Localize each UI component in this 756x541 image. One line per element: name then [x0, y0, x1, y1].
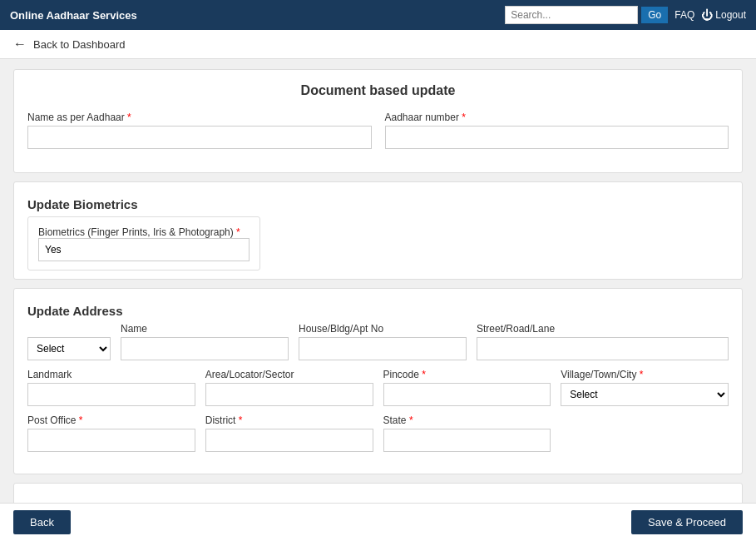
pincode-required: * [422, 369, 426, 380]
address-type-select[interactable]: Select [27, 337, 111, 360]
postoffice-input[interactable] [27, 429, 195, 452]
search-bar: Go [505, 6, 668, 24]
faq-link[interactable]: FAQ [674, 9, 694, 21]
district-group: District * [205, 414, 373, 452]
state-input[interactable] [383, 429, 551, 452]
postoffice-group: Post Office * [27, 414, 195, 452]
biometrics-input[interactable] [38, 238, 250, 261]
street-input[interactable] [477, 337, 729, 360]
aadhaar-required: * [462, 112, 466, 123]
pincode-group: Pincode * [383, 369, 551, 406]
area-group: Area/Locator/Sector [205, 369, 373, 406]
state-required: * [409, 414, 413, 426]
nav-bar: ← Back to Dashboard [0, 30, 756, 59]
aadhaar-input[interactable] [385, 126, 729, 149]
address-select-group: Select [27, 337, 111, 360]
address-name-label: Name [121, 323, 289, 335]
biometrics-inner-card: Biometrics (Finger Prints, Iris & Photog… [27, 216, 260, 270]
address-row-1: Select Name House/Bldg/Apt No Street/Roa… [27, 323, 729, 360]
document-update-card: Document based update Name as per Aadhaa… [13, 69, 743, 173]
back-button[interactable]: Back [13, 510, 71, 534]
back-arrow-icon[interactable]: ← [13, 37, 27, 52]
house-input[interactable] [299, 337, 467, 360]
pincode-label: Pincode * [383, 369, 551, 380]
address-name-input[interactable] [121, 337, 289, 360]
village-group: Village/Town/City * Select [561, 369, 729, 406]
house-label: House/Bldg/Apt No [299, 323, 467, 335]
logout-button[interactable]: ⏻ Logout [701, 8, 746, 22]
postoffice-label: Post Office * [27, 414, 195, 426]
district-input[interactable] [205, 429, 373, 452]
logout-icon: ⏻ [701, 8, 713, 22]
card-title: Document based update [27, 83, 729, 98]
house-group: House/Bldg/Apt No [299, 323, 467, 360]
go-button[interactable]: Go [641, 7, 668, 23]
area-label: Area/Locator/Sector [205, 369, 373, 380]
district-required: * [239, 414, 243, 426]
aadhaar-group: Aadhaar number * [385, 112, 729, 149]
district-label: District * [205, 414, 373, 426]
name-input[interactable] [27, 126, 372, 149]
back-to-dashboard-link[interactable]: Back to Dashboard [33, 38, 126, 51]
name-label: Name as per Aadhaar * [27, 112, 372, 123]
header: Online Aadhaar Services Go FAQ ⏻ Logout [0, 0, 756, 30]
village-select[interactable]: Select [561, 383, 729, 406]
address-header: Update Address [27, 297, 729, 323]
street-label: Street/Road/Lane [477, 323, 729, 335]
landmark-label: Landmark [27, 369, 195, 380]
logout-label: Logout [715, 9, 746, 21]
biometrics-label: Biometrics (Finger Prints, Iris & Photog… [38, 226, 240, 238]
bottom-bar: Back Save & Proceed [0, 503, 756, 541]
landmark-input[interactable] [27, 383, 195, 406]
name-group: Name as per Aadhaar * [27, 112, 372, 149]
address-section: Update Address Select Name House/Bldg/Ap… [13, 288, 743, 474]
search-input[interactable] [505, 6, 638, 24]
address-name-group: Name [121, 323, 289, 360]
pincode-input[interactable] [383, 383, 551, 406]
village-required: * [640, 369, 644, 380]
header-right: Go FAQ ⏻ Logout [505, 6, 746, 24]
state-label: State * [383, 414, 551, 426]
save-proceed-button[interactable]: Save & Proceed [631, 510, 743, 534]
biometrics-section: Update Biometrics Biometrics (Finger Pri… [13, 181, 743, 280]
street-group: Street/Road/Lane [477, 323, 729, 360]
address-row-2: Landmark Area/Locator/Sector Pincode * V… [27, 369, 729, 406]
area-input[interactable] [205, 383, 373, 406]
state-group: State * [383, 414, 551, 452]
address-row-3: Post Office * District * State * [27, 414, 729, 452]
biometrics-required: * [236, 226, 240, 238]
name-required: * [127, 112, 131, 123]
landmark-group: Landmark [27, 369, 195, 406]
postoffice-required: * [79, 414, 83, 426]
main-content: Document based update Name as per Aadhaa… [0, 59, 756, 541]
name-aadhaar-row: Name as per Aadhaar * Aadhaar number * [27, 112, 729, 149]
aadhaar-label: Aadhaar number * [385, 112, 729, 123]
biometrics-header: Update Biometrics [27, 191, 729, 216]
village-label: Village/Town/City * [561, 369, 729, 380]
app-title: Online Aadhaar Services [10, 9, 137, 22]
